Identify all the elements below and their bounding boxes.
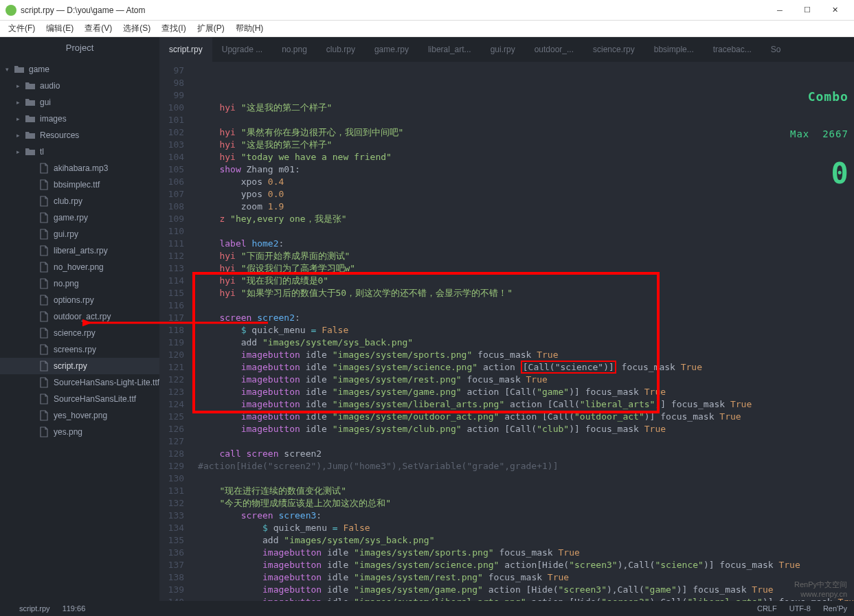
- code-line[interactable]: imagebutton idle "images/system/club.png…: [198, 423, 854, 435]
- file-icon: [38, 179, 49, 190]
- code-line[interactable]: [198, 435, 854, 448]
- line-number: 97: [159, 65, 184, 77]
- code-line[interactable]: ypos 0.0: [198, 188, 854, 201]
- tree-item[interactable]: gui.rpy: [0, 226, 159, 242]
- code-line[interactable]: $ quick_menu = False: [198, 522, 854, 534]
- code-line[interactable]: imagebutton idle "images/system/science.…: [198, 559, 854, 571]
- code-line[interactable]: zoom 1.9: [198, 201, 854, 213]
- minimize-button[interactable]: ─: [766, 6, 794, 14]
- menu-item[interactable]: 文件(F): [3, 23, 41, 34]
- code-line[interactable]: hyi "这是我的第二个样子": [198, 102, 854, 114]
- editor-tab[interactable]: liberal_art...: [418, 37, 481, 62]
- code-line[interactable]: show Zhang m01:: [198, 163, 854, 176]
- code-line[interactable]: imagebutton idle "images/system/rest.png…: [198, 571, 854, 584]
- tree-item[interactable]: no_hover.png: [0, 259, 159, 275]
- editor-tab[interactable]: Upgrade ...: [212, 37, 272, 62]
- code-line[interactable]: [198, 225, 854, 238]
- code-line[interactable]: hyi "如果学习后的数值大于50，则这次学的还不错，会显示学的不错！": [198, 287, 854, 299]
- code-line[interactable]: call screen screen2: [198, 448, 854, 460]
- code-line[interactable]: hyi "下面开始养成界面的测试": [198, 250, 854, 262]
- editor-tab[interactable]: club.rpy: [317, 37, 365, 62]
- code-line[interactable]: $ quick_menu = False: [198, 324, 854, 336]
- editor-tab[interactable]: outdoor_...: [525, 37, 583, 62]
- line-number: 129: [159, 460, 184, 472]
- code-line[interactable]: imagebutton idle "images/system/sports.p…: [198, 349, 854, 361]
- code-line[interactable]: imagebutton idle "images/system/outdoor_…: [198, 411, 854, 423]
- close-button[interactable]: ✕: [821, 5, 849, 14]
- tree-item[interactable]: script.rpy: [0, 358, 159, 374]
- tree-item[interactable]: akihabara.mp3: [0, 160, 159, 176]
- status-language[interactable]: Ren'Py: [823, 604, 847, 613]
- editor-tab[interactable]: science.rpy: [583, 37, 644, 62]
- tree-item[interactable]: no.png: [0, 275, 159, 292]
- code-line[interactable]: imagebutton idle "images/system/rest.png…: [198, 374, 854, 386]
- status-encoding[interactable]: UTF-8: [789, 604, 811, 613]
- code-line[interactable]: imagebutton idle "images/system/game.png…: [198, 584, 854, 596]
- code-line[interactable]: add "images/system/sys_back.png": [198, 534, 854, 547]
- menu-item[interactable]: 帮助(H): [230, 23, 269, 34]
- tree-item[interactable]: options.rpy: [0, 292, 159, 308]
- menu-item[interactable]: 查找(I): [156, 23, 191, 34]
- tree-item[interactable]: SourceHanSansLite.ttf: [0, 391, 159, 407]
- chevron-icon: ▸: [16, 82, 25, 89]
- tree-item[interactable]: bbsimplec.ttf: [0, 176, 159, 193]
- tree-item[interactable]: ▸images: [0, 111, 159, 127]
- tree-item[interactable]: ▸audio: [0, 78, 159, 94]
- code-line[interactable]: hyi "today we have a new friend": [198, 151, 854, 163]
- tree-item[interactable]: club.rpy: [0, 193, 159, 209]
- menu-item[interactable]: 查看(V): [79, 23, 117, 34]
- editor-tab[interactable]: game.rpy: [365, 37, 418, 62]
- code-line[interactable]: [198, 472, 854, 485]
- tree-item[interactable]: screens.rpy: [0, 341, 159, 358]
- code-line[interactable]: label home2:: [198, 238, 854, 250]
- tree-item[interactable]: game.rpy: [0, 209, 159, 226]
- code-line[interactable]: imagebutton idle "images/system/liberal_…: [198, 596, 854, 601]
- tree-item[interactable]: outdoor_act.rpy: [0, 308, 159, 325]
- tree-item[interactable]: liberal_arts.rpy: [0, 242, 159, 259]
- code-line[interactable]: "今天的物理成绩应该是上次加这次的总和": [198, 497, 854, 510]
- code-line[interactable]: screen screen2:: [198, 312, 854, 324]
- tree-item[interactable]: yes.png: [0, 424, 159, 440]
- code-line[interactable]: #action[Hide("screen2"),Jump("home3"),Se…: [198, 460, 854, 472]
- code-line[interactable]: imagebutton idle "images/system/sports.p…: [198, 547, 854, 559]
- status-file[interactable]: script.rpy: [19, 604, 50, 613]
- code-line[interactable]: imagebutton idle "images/system/game.png…: [198, 386, 854, 398]
- maximize-button[interactable]: ☐: [794, 5, 821, 14]
- tree-item[interactable]: science.rpy: [0, 325, 159, 341]
- code-area[interactable]: 9798991001011021031041051061071081091101…: [159, 62, 854, 601]
- menu-item[interactable]: 选择(S): [117, 23, 156, 34]
- tree-item[interactable]: ▸Resources: [0, 127, 159, 144]
- code-line[interactable]: imagebutton idle "images/system/liberal_…: [198, 398, 854, 411]
- tree-item[interactable]: ▾game: [0, 61, 159, 78]
- editor-tab[interactable]: gui.rpy: [481, 37, 525, 62]
- code-source[interactable]: Combo Max 2667 0 hyi "这是我的第二个样子" hyi "果然…: [191, 62, 854, 601]
- code-line[interactable]: hyi "假设我们为了高考学习吧w": [198, 262, 854, 275]
- code-line[interactable]: screen screen3:: [198, 510, 854, 522]
- code-line[interactable]: imagebutton idle "images/system/science.…: [198, 361, 854, 374]
- file-icon: [38, 361, 49, 372]
- code-line[interactable]: xpos 0.4: [198, 176, 854, 188]
- tree-item[interactable]: ▸tl: [0, 144, 159, 160]
- tree-item[interactable]: SourceHanSans-Light-Lite.ttf: [0, 374, 159, 391]
- status-cursor-pos[interactable]: 119:66: [63, 604, 86, 613]
- menu-item[interactable]: 扩展(P): [192, 23, 230, 34]
- menu-item[interactable]: 编辑(E): [41, 23, 79, 34]
- file-tree[interactable]: ▾game▸audio▸gui▸images▸Resources▸tlakiha…: [0, 58, 159, 601]
- line-number: 131: [159, 485, 184, 497]
- code-line[interactable]: [198, 299, 854, 312]
- editor-tab[interactable]: So: [761, 37, 791, 62]
- code-line[interactable]: hyi "现在我们的成绩是0": [198, 275, 854, 287]
- status-eol[interactable]: CRLF: [757, 604, 777, 613]
- code-line[interactable]: "现在进行连续的数值变化测试": [198, 485, 854, 497]
- editor-tab[interactable]: tracebac...: [704, 37, 761, 62]
- code-line[interactable]: hyi "这是我的第三个样子": [198, 139, 854, 151]
- code-line[interactable]: [198, 114, 854, 126]
- editor-tab[interactable]: no.png: [272, 37, 317, 62]
- editor-tab[interactable]: script.rpy: [159, 37, 212, 62]
- code-line[interactable]: add "images/system/sys_back.png": [198, 336, 854, 349]
- tree-item[interactable]: ▸gui: [0, 94, 159, 111]
- code-line[interactable]: z "hey,every one，我是张": [198, 213, 854, 225]
- editor-tab[interactable]: bbsimple...: [644, 37, 704, 62]
- code-line[interactable]: hyi "果然有你在身边很开心，我回到中间吧": [198, 126, 854, 139]
- tree-item[interactable]: yes_hover.png: [0, 407, 159, 424]
